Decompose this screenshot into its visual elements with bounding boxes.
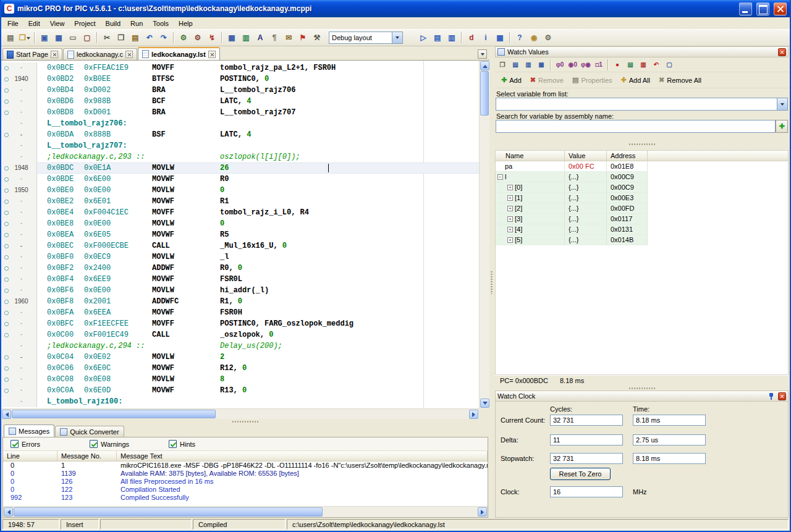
variable-search-input[interactable]	[496, 120, 776, 133]
disassembly-icon[interactable]: d	[465, 31, 478, 44]
tab-ledkockanagy-lst[interactable]: ledkockanagy.lst	[138, 47, 220, 60]
watch-clock-titlebar[interactable]: Watch Clock	[495, 391, 789, 402]
code-line[interactable]: 0x0BE40xF004C1ECMOVFFtombol_rajz_i_L0, R…	[37, 207, 479, 218]
column-header-message-text[interactable]: Message Text	[117, 451, 488, 461]
tab-messages[interactable]: Messages	[4, 424, 54, 437]
message-row[interactable]: 01139Available RAM: 3875 [bytes], Availa…	[3, 470, 488, 478]
tab-close-icon[interactable]	[125, 51, 133, 58]
step-out-icon[interactable]: φ◉	[580, 59, 592, 71]
scroll-left-icon[interactable]	[2, 410, 11, 419]
editor-row[interactable]: ·0x0BE20x6E01MOVWFR1	[1, 196, 479, 207]
editor-row[interactable]: ·;ledkockanagy.c,293 ::oszlopok(l[i][0])…	[1, 151, 479, 163]
breakpoint-marker[interactable]	[4, 66, 9, 70]
gutter-cell[interactable]: ·	[1, 96, 37, 107]
gutter-cell[interactable]: 1950	[1, 185, 37, 196]
step-list-icon[interactable]: ▤	[431, 31, 444, 44]
breakpoint-marker[interactable]	[4, 355, 9, 360]
breakpoint-icon[interactable]: ●	[611, 59, 624, 71]
menu-edit[interactable]: Edit	[23, 18, 45, 29]
code-line[interactable]: 0x0BF40x6EE9MOVWFFSR0L	[37, 274, 479, 285]
gutter-cell[interactable]: ·	[1, 385, 37, 396]
editor-row[interactable]: ·L__tombol_rajz707:	[1, 140, 479, 151]
scroll-up-icon[interactable]	[480, 61, 489, 70]
tab-ledkockanagy-c[interactable]: ledkockanagy.c	[63, 48, 137, 60]
editor-horizontal-scrollbar[interactable]	[1, 408, 479, 419]
messages-horizontal-scrollbar[interactable]	[3, 506, 488, 517]
close-file-icon[interactable]: ▢	[80, 31, 94, 44]
variable-select-combo[interactable]	[496, 98, 788, 111]
pin-icon[interactable]	[768, 392, 776, 400]
remove-all-button[interactable]: ✖Remove All	[655, 74, 705, 86]
watch-list-icon[interactable]: ▥	[445, 31, 459, 44]
gutter-cell[interactable]: ·	[1, 363, 37, 374]
code-line[interactable]: 0x0BDC0x0E1AMOVLW26	[37, 163, 479, 174]
add-all-button[interactable]: ✚Add All	[617, 74, 654, 86]
build-icon[interactable]: ⚙	[177, 31, 190, 44]
breakpoint-marker[interactable]	[4, 88, 9, 93]
filter-hints[interactable]: Hints	[169, 440, 248, 448]
open-file-icon-dropdown[interactable]	[27, 37, 30, 41]
scroll-right-icon[interactable]	[469, 410, 478, 419]
breakpoint-marker[interactable]	[4, 111, 9, 115]
view-windows-icon[interactable]: ▦	[225, 31, 239, 44]
tab-list-dropdown-icon[interactable]	[478, 49, 487, 59]
current-count-time-input[interactable]	[633, 415, 706, 426]
breakpoint-marker[interactable]	[4, 222, 9, 226]
breakpoint-marker[interactable]	[4, 333, 9, 337]
scroll-left-icon[interactable]	[4, 507, 13, 517]
breakpoint-marker[interactable]	[4, 300, 9, 304]
editor-row[interactable]: -0x0C040x0E02MOVLW2	[1, 352, 479, 363]
editor-row[interactable]: ·0x0BF60x0E00MOVLWhi_addr(_l)	[1, 285, 479, 296]
editor-row[interactable]: ·;ledkockanagy.c,294 ::Delay_us(200);	[1, 340, 479, 352]
code-line[interactable]: 0x0BEC0xF000ECBECALL_Mul_16x16_U, 0	[37, 240, 479, 251]
gutter-cell[interactable]: ·	[1, 218, 37, 229]
scroll-right-icon[interactable]	[478, 507, 487, 517]
code-line[interactable]: 0x0C0A0x6E0DMOVWFR13, 0	[37, 385, 479, 396]
code-line[interactable]: 0x0BEA0x6E05MOVWFR5	[37, 229, 479, 240]
sfr-list-icon[interactable]: ▥	[522, 59, 535, 71]
scroll-down-icon[interactable]	[480, 399, 489, 408]
font-icon[interactable]: A	[253, 31, 267, 44]
combo-dropdown-icon[interactable]	[777, 98, 787, 110]
editor-row[interactable]: ·0x0BFA0x6EEAMOVWFFSR0H	[1, 307, 479, 318]
maximize-button[interactable]	[756, 2, 769, 15]
delta-time-input[interactable]	[633, 434, 706, 445]
breakpoint-marker[interactable]	[4, 311, 9, 315]
code-line[interactable]: 0x0BF60x0E00MOVLWhi_addr(_l)	[37, 285, 479, 296]
flag-icon[interactable]: ⚑	[296, 31, 310, 44]
code-line[interactable]: 0x0BE20x6E01MOVWFR1	[37, 196, 479, 207]
code-line[interactable]: 0x0BF20x2400ADDWFR0, 0	[37, 263, 479, 274]
editor-row[interactable]: ·0x0BE40xF004C1ECMOVFFtombol_rajz_i_L0, …	[1, 207, 479, 218]
editor-row[interactable]: ·0x0C080x0E08MOVLW8	[1, 374, 479, 385]
tools-icon[interactable]: ⚒	[310, 31, 324, 44]
code-line[interactable]: 0x0BF00x0EC9MOVLW_l	[37, 251, 479, 263]
stopwatch-cycles-input[interactable]	[550, 453, 623, 464]
editor-row[interactable]: ·0x0BF20x2400ADDWFR0, 0	[1, 263, 479, 274]
gutter-cell[interactable]: ·	[1, 285, 37, 296]
editor-row[interactable]: ·0x0BEA0x6E05MOVWFR5	[1, 229, 479, 240]
layout-combo[interactable]: Debug layout	[329, 32, 403, 44]
editor-row[interactable]: 19500x0BE00x0E00MOVLW0	[1, 185, 479, 196]
watch-list-icon[interactable]: ▤	[509, 59, 522, 71]
step-into-icon[interactable]: φ0	[554, 59, 566, 71]
add-variable-icon[interactable]: ✚	[776, 120, 788, 133]
gutter-cell[interactable]: ·	[1, 318, 37, 329]
vertical-scroll-track[interactable]	[480, 71, 489, 398]
help-icon[interactable]: ?	[513, 31, 527, 44]
reset-to-zero-button[interactable]: Reset To Zero	[550, 468, 611, 480]
column-header-name[interactable]: Name	[496, 151, 565, 161]
gutter-cell[interactable]: -	[1, 352, 37, 363]
properties-button[interactable]: ▤Properties	[569, 74, 616, 86]
delta-cycles-input[interactable]	[550, 434, 623, 445]
editor-row[interactable]: ·0x0BF00x0EC9MOVLW_l	[1, 251, 479, 263]
print-icon[interactable]: ▭	[66, 31, 80, 44]
gutter-cell[interactable]: 1948	[1, 163, 37, 174]
mail-icon[interactable]: ✉	[282, 31, 295, 44]
gutter-cell[interactable]: ·	[1, 374, 37, 385]
open-file-icon[interactable]: ❐	[18, 31, 32, 44]
breakpoint-marker[interactable]	[4, 77, 9, 82]
tab-close-icon[interactable]	[208, 51, 216, 58]
paste-icon[interactable]: ▤	[129, 31, 142, 44]
gutter-cell[interactable]: ·	[1, 174, 37, 185]
column-header-message-no-[interactable]: Message No.	[57, 451, 117, 461]
